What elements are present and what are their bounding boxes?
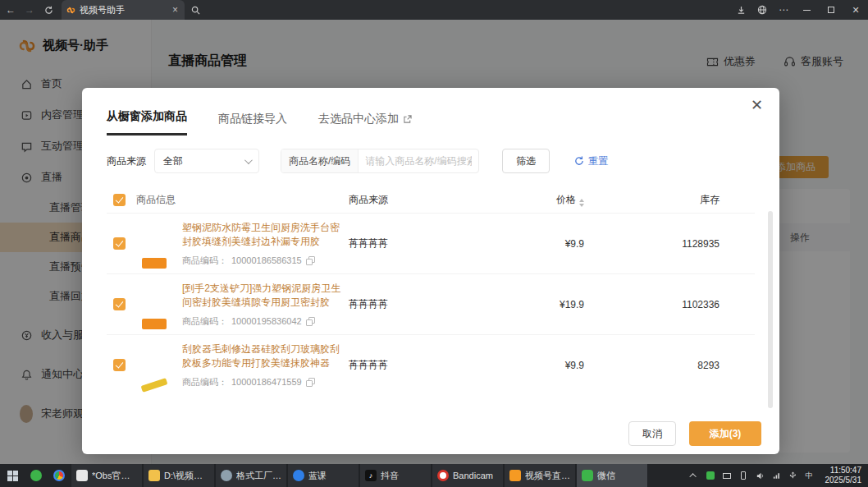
channels-favicon xyxy=(66,6,75,15)
name-filter-label: 商品名称/编码 xyxy=(281,149,359,172)
tray-expand-icon[interactable] xyxy=(689,471,700,481)
col-header-info: 商品信息 xyxy=(136,193,349,207)
product-title: [到手2支送铲刀]强力塑钢泥厨房卫生间密封胶美缝填隙专用厨卫密封胶150M… xyxy=(182,282,349,310)
source-filter-label: 商品来源 xyxy=(107,154,146,168)
bandicam-icon xyxy=(437,470,449,481)
format-factory-icon xyxy=(221,470,232,481)
row-checkbox[interactable] xyxy=(113,298,126,310)
clock-date: 2025/5/31 xyxy=(825,476,862,485)
reset-button[interactable]: 重置 xyxy=(574,154,608,168)
product-source: 苒苒苒苒 xyxy=(349,358,496,372)
code-prefix: 商品编码： xyxy=(182,376,227,388)
copy-icon[interactable] xyxy=(306,256,314,264)
browser-tab[interactable]: 视频号助手 × xyxy=(62,0,185,20)
tray-ime-icon[interactable]: 中 xyxy=(804,471,815,481)
forward-icon[interactable]: → xyxy=(21,2,38,18)
taskbar-item-lanke[interactable]: 蓝课 xyxy=(287,464,359,487)
wechat-icon xyxy=(582,470,593,481)
tray-sound-icon[interactable] xyxy=(755,471,765,481)
copy-icon[interactable] xyxy=(306,378,314,386)
quick-launch-browser-icon[interactable] xyxy=(48,464,71,487)
taskbar: *Obs官网电脑… D:\视频号直播… 格式工厂 X64 … 蓝课 ♪ 抖音 B… xyxy=(0,464,868,487)
taskbar-item-explorer[interactable]: D:\视频号直播… xyxy=(143,464,215,487)
windows-logo-icon xyxy=(7,471,18,481)
filter-bar: 商品来源 全部 商品名称/编码 筛选 重置 xyxy=(107,149,755,173)
product-title: 塑钢泥防水防霉卫生间厨房洗手台密封胶填缝剂美缝封边补漏专用胶150ml… xyxy=(182,221,349,250)
refresh-icon[interactable] xyxy=(40,2,57,18)
price-header-label: 价格 xyxy=(556,194,576,205)
tray-usb-icon[interactable] xyxy=(788,471,798,481)
product-price: ¥19.9 xyxy=(496,299,584,310)
modal-close-icon[interactable]: ✕ xyxy=(751,98,763,113)
tray-network-icon[interactable] xyxy=(771,471,782,481)
menu-dots-icon[interactable]: ⋯ xyxy=(773,0,794,20)
table-row: 塑钢泥防水防霉卫生间厨房洗手台密封胶填缝剂美缝封边补漏专用胶150ml… 商品编… xyxy=(107,213,755,273)
product-price: ¥9.9 xyxy=(496,238,584,250)
reset-label: 重置 xyxy=(588,154,608,168)
row-checkbox[interactable] xyxy=(113,359,126,371)
taskbar-item-bandicam[interactable]: Bandicam xyxy=(432,464,504,487)
product-price: ¥9.9 xyxy=(496,360,584,371)
confirm-add-button[interactable]: 添加(3) xyxy=(689,421,761,446)
modal-tabs: 从橱窗添加商品 商品链接导入 去选品中心添加 xyxy=(107,109,755,136)
chevron-down-icon xyxy=(244,156,253,164)
col-header-source: 商品来源 xyxy=(349,193,496,207)
modal-scrollbar[interactable] xyxy=(768,211,773,408)
row-checkbox[interactable] xyxy=(113,237,126,250)
douyin-icon: ♪ xyxy=(365,470,377,481)
taskbar-item-format-factory[interactable]: 格式工厂 X64 … xyxy=(215,464,287,487)
taskbar-item-live-companion[interactable]: 视频号直播伴侣 xyxy=(504,464,576,487)
clock-time: 11:50:47 xyxy=(825,466,862,476)
code-value: 10000186471559 xyxy=(231,377,302,387)
reset-icon xyxy=(574,156,584,166)
taskbar-item-label: 抖音 xyxy=(381,470,399,482)
search-icon[interactable] xyxy=(185,0,206,20)
taskbar-item-wechat[interactable]: 微信 xyxy=(576,464,648,487)
quick-launch-wechat-icon[interactable] xyxy=(25,464,48,487)
tray-wechat-icon[interactable] xyxy=(706,471,716,481)
cancel-button[interactable]: 取消 xyxy=(628,421,676,446)
taskbar-item-label: D:\视频号直播… xyxy=(164,470,209,482)
download-icon[interactable] xyxy=(730,0,752,20)
tab-label: 商品链接导入 xyxy=(218,112,287,126)
col-header-stock: 库存 xyxy=(584,193,720,207)
minimize-button[interactable] xyxy=(794,0,819,20)
tab-add-from-showcase[interactable]: 从橱窗添加商品 xyxy=(107,109,187,136)
modal-footer: 取消 添加(3) xyxy=(628,421,761,446)
notepad-icon xyxy=(76,470,88,481)
source-select-value: 全部 xyxy=(163,154,183,168)
select-all-checkbox[interactable] xyxy=(113,194,126,206)
live-companion-icon xyxy=(509,470,521,481)
tab-label: 从橱窗添加商品 xyxy=(107,109,187,124)
col-header-price[interactable]: 价格 xyxy=(496,193,584,207)
tab-selection-center[interactable]: 去选品中心添加 xyxy=(318,112,412,136)
product-stock: 1102336 xyxy=(584,299,720,310)
copy-icon[interactable] xyxy=(306,317,314,325)
product-stock: 1128935 xyxy=(584,238,720,250)
product-title: 刮胶器毛刺修边器硅胶刮刀玻璃胶刮胶板多功能专用打胶美缝抹胶神器 xyxy=(182,342,349,371)
close-window-button[interactable]: ✕ xyxy=(843,0,868,20)
tab-title: 视频号助手 xyxy=(80,4,171,16)
tab-import-by-link[interactable]: 商品链接导入 xyxy=(218,112,287,136)
product-search-input[interactable] xyxy=(359,155,478,167)
add-product-modal: ✕ 从橱窗添加商品 商品链接导入 去选品中心添加 商品来源 全部 商品名称/编码 xyxy=(82,88,779,454)
product-source: 苒苒苒苒 xyxy=(349,237,496,250)
taskbar-item-obs[interactable]: *Obs官网电脑… xyxy=(71,464,143,487)
taskbar-item-label: Bandicam xyxy=(453,471,493,480)
globe-icon[interactable] xyxy=(752,0,773,20)
maximize-button[interactable] xyxy=(819,0,843,20)
tray-phone-icon[interactable] xyxy=(738,471,749,481)
code-prefix: 商品编码： xyxy=(182,315,227,328)
product-code: 商品编码：10000186471559 xyxy=(182,376,349,388)
table-row: 刮胶器毛刺修边器硅胶刮刀玻璃胶刮胶板多功能专用打胶美缝抹胶神器 商品编码：100… xyxy=(107,334,755,395)
tray-display-icon[interactable] xyxy=(722,471,733,481)
filter-button[interactable]: 筛选 xyxy=(502,149,550,173)
source-select[interactable]: 全部 xyxy=(154,149,259,173)
taskbar-clock[interactable]: 11:50:47 2025/5/31 xyxy=(820,466,862,485)
table-row: [到手2支送铲刀]强力塑钢泥厨房卫生间密封胶美缝填隙专用厨卫密封胶150M… 商… xyxy=(107,273,755,334)
table-header-row: 商品信息 商品来源 价格 库存 xyxy=(107,186,755,213)
tab-close-icon[interactable]: × xyxy=(171,4,180,16)
back-icon[interactable]: ← xyxy=(2,2,19,18)
taskbar-item-douyin[interactable]: ♪ 抖音 xyxy=(359,464,432,487)
start-button[interactable] xyxy=(0,464,25,487)
